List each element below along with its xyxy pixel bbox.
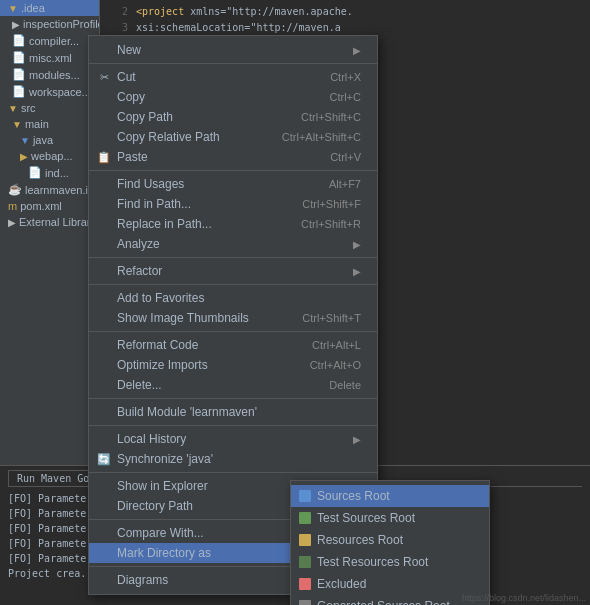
submenu-item-label: Excluded [317, 577, 366, 591]
submenu-item-test-resources-root[interactable]: Test Resources Root [291, 551, 489, 573]
menu-item-label: Local History [117, 432, 186, 446]
watermark: https://blog.csdn.net/lidashen... [462, 593, 586, 603]
sidebar-item-ind[interactable]: 📄 ind... [0, 164, 99, 181]
sidebar-item-inspection[interactable]: ▶ inspectionProfiles [0, 16, 99, 32]
menu-item-show-thumbnails[interactable]: Show Image Thumbnails Ctrl+Shift+T [89, 308, 377, 328]
menu-separator [89, 425, 377, 426]
menu-item-label: Copy [117, 90, 145, 104]
menu-separator [89, 472, 377, 473]
menu-item-label: Diagrams [117, 573, 168, 587]
menu-item-label: Directory Path [117, 499, 193, 513]
cut-icon: ✂ [97, 71, 111, 84]
menu-item-label: Cut [117, 70, 136, 84]
sidebar-item-main[interactable]: ▼ main [0, 116, 99, 132]
sidebar-item-webapp[interactable]: ▶ webap... [0, 148, 99, 164]
folder-icon: ▼ [8, 3, 18, 14]
shortcut: Ctrl+Alt+L [312, 339, 361, 351]
shortcut: Ctrl+V [330, 151, 361, 163]
submenu-item-sources-root[interactable]: Sources Root [291, 485, 489, 507]
menu-item-local-history[interactable]: Local History ▶ [89, 429, 377, 449]
submenu-item-label: Resources Root [317, 533, 403, 547]
sidebar-item-idea[interactable]: ▼ .idea [0, 0, 99, 16]
sidebar-item-extlibs[interactable]: ▶ External Librarie... [0, 214, 99, 230]
sidebar-item-misc[interactable]: 📄 misc.xml [0, 49, 99, 66]
sidebar-label: ind... [45, 167, 69, 179]
xml-icon: 📄 [12, 51, 26, 64]
menu-item-paste[interactable]: 📋 Paste Ctrl+V [89, 147, 377, 167]
submenu-item-label: Test Resources Root [317, 555, 428, 569]
shortcut: Ctrl+Shift+R [301, 218, 361, 230]
menu-item-replace-in-path[interactable]: Replace in Path... Ctrl+Shift+R [89, 214, 377, 234]
arrow-icon: ▶ [353, 239, 361, 250]
menu-item-copy-path[interactable]: Copy Path Ctrl+Shift+C [89, 107, 377, 127]
menu-item-refactor[interactable]: Refactor ▶ [89, 261, 377, 281]
menu-item-new[interactable]: New ▶ [89, 40, 377, 60]
menu-item-label: Paste [117, 150, 148, 164]
m-icon: m [8, 200, 17, 212]
menu-item-label: Reformat Code [117, 338, 198, 352]
menu-item-label: Optimize Imports [117, 358, 208, 372]
shortcut: Ctrl+C [330, 91, 361, 103]
submenu-item-excluded[interactable]: Excluded [291, 573, 489, 595]
shortcut: Ctrl+X [330, 71, 361, 83]
sidebar-item-learnmaven[interactable]: ☕ learnmaven.i... [0, 181, 99, 198]
menu-separator [89, 284, 377, 285]
file-icon: 📄 [28, 166, 42, 179]
sidebar-label: modules... [29, 69, 80, 81]
menu-item-label: Find Usages [117, 177, 184, 191]
sidebar-label: .idea [21, 2, 45, 14]
menu-item-label: Add to Favorites [117, 291, 204, 305]
test-sources-icon [299, 512, 311, 524]
shortcut: Ctrl+Shift+C [301, 111, 361, 123]
menu-item-label: Synchronize 'java' [117, 452, 213, 466]
shortcut: Ctrl+Alt+Shift+C [282, 131, 361, 143]
shortcut: Ctrl+Shift+F [302, 198, 361, 210]
submenu-item-test-sources-root[interactable]: Test Sources Root [291, 507, 489, 529]
menu-separator [89, 170, 377, 171]
sidebar-label: src [21, 102, 36, 114]
menu-item-copy-relative-path[interactable]: Copy Relative Path Ctrl+Alt+Shift+C [89, 127, 377, 147]
sidebar-item-compiler[interactable]: 📄 compiler... [0, 32, 99, 49]
menu-separator [89, 257, 377, 258]
menu-item-add-favorites[interactable]: Add to Favorites [89, 288, 377, 308]
sidebar-item-src[interactable]: ▼ src [0, 100, 99, 116]
menu-item-reformat[interactable]: Reformat Code Ctrl+Alt+L [89, 335, 377, 355]
menu-item-analyze[interactable]: Analyze ▶ [89, 234, 377, 254]
menu-item-find-usages[interactable]: Find Usages Alt+F7 [89, 174, 377, 194]
menu-item-synchronize[interactable]: 🔄 Synchronize 'java' [89, 449, 377, 469]
menu-item-delete[interactable]: Delete... Delete [89, 375, 377, 395]
paste-icon: 📋 [97, 151, 111, 164]
menu-item-label: Copy Path [117, 110, 173, 124]
submenu-item-generated-sources[interactable]: Generated Sources Root [291, 595, 489, 605]
test-resources-icon [299, 556, 311, 568]
sidebar-item-java[interactable]: ▼ java [0, 132, 99, 148]
menu-item-label: Show in Explorer [117, 479, 208, 493]
sidebar-item-modules[interactable]: 📄 modules... [0, 66, 99, 83]
menu-item-build-module[interactable]: Build Module 'learnmaven' [89, 402, 377, 422]
shortcut: Delete [329, 379, 361, 391]
java-folder-icon: ▼ [20, 135, 30, 146]
menu-item-copy[interactable]: Copy Ctrl+C [89, 87, 377, 107]
sidebar-item-pom[interactable]: m pom.xml [0, 198, 99, 214]
menu-item-find-in-path[interactable]: Find in Path... Ctrl+Shift+F [89, 194, 377, 214]
submenu-item-resources-root[interactable]: Resources Root [291, 529, 489, 551]
arrow-icon: ▶ [353, 434, 361, 445]
sidebar-item-workspace[interactable]: 📄 workspace... [0, 83, 99, 100]
shortcut: Ctrl+Alt+O [310, 359, 361, 371]
sidebar-label: compiler... [29, 35, 79, 47]
menu-separator [89, 331, 377, 332]
generated-sources-icon [299, 600, 311, 605]
shortcut: Ctrl+Shift+T [302, 312, 361, 324]
menu-item-label: Replace in Path... [117, 217, 212, 231]
sidebar-label: pom.xml [20, 200, 62, 212]
sidebar-label: External Librarie... [19, 216, 99, 228]
arrow-icon: ▶ [353, 266, 361, 277]
menu-item-label: Mark Directory as [117, 546, 211, 560]
code-line: 3 xsi:schemaLocation="http://maven.a [108, 20, 582, 36]
menu-separator [89, 398, 377, 399]
menu-item-optimize-imports[interactable]: Optimize Imports Ctrl+Alt+O [89, 355, 377, 375]
sync-icon: 🔄 [97, 453, 111, 466]
folder-icon: ▶ [8, 217, 16, 228]
xml-icon: 📄 [12, 85, 26, 98]
menu-item-cut[interactable]: ✂ Cut Ctrl+X [89, 67, 377, 87]
